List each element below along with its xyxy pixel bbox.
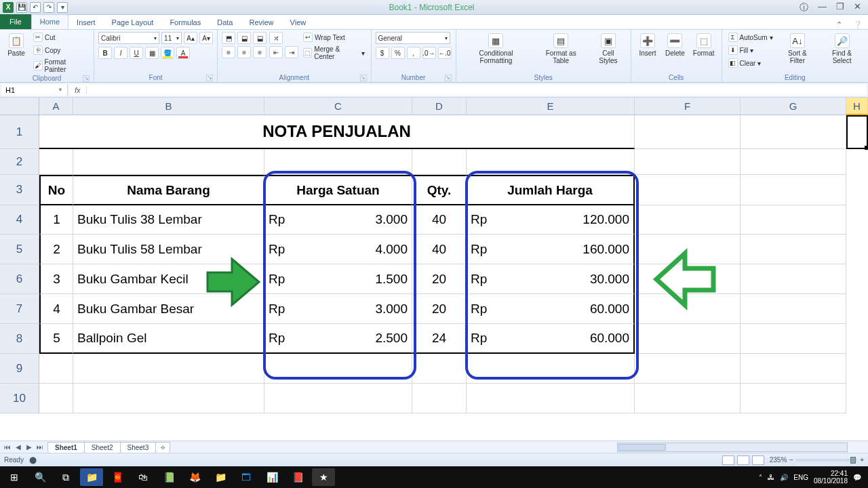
normal-view-button[interactable] (722, 455, 734, 465)
fx-icon[interactable]: fx (69, 86, 87, 94)
font-name-select[interactable]: Calibri▾ (98, 32, 159, 44)
format-painter-button[interactable]: 🖌Format Painter (31, 58, 90, 74)
help-button[interactable]: ❔ (848, 20, 868, 29)
row-header-10[interactable]: 10 (0, 384, 39, 413)
cell-A8[interactable]: 5 (39, 324, 73, 354)
column-header-G[interactable]: G (741, 98, 846, 115)
cell-F3[interactable] (635, 175, 741, 205)
align-left-icon[interactable]: ≡ (222, 46, 235, 58)
row-header-1[interactable]: 1 (0, 115, 39, 149)
cell-E9[interactable] (467, 354, 635, 384)
cell-F9[interactable] (635, 354, 741, 384)
cell-B10[interactable] (73, 384, 264, 413)
horizontal-scrollbar[interactable] (617, 443, 848, 452)
paste-button[interactable]: 📋Paste (4, 32, 28, 58)
cell-E3[interactable]: Jumlah Harga (467, 175, 635, 205)
column-header-H[interactable]: H (846, 98, 868, 115)
page-break-view-button[interactable] (752, 455, 764, 465)
format-cells-button[interactable]: ⬚Format (690, 32, 717, 58)
font-size-select[interactable]: 11▾ (161, 32, 182, 44)
cell-C5[interactable]: Rp4.000 (264, 235, 412, 264)
cell-A6[interactable]: 3 (39, 264, 73, 294)
file-tab[interactable]: File (0, 14, 31, 29)
tray-notification-icon[interactable]: 💬 (853, 474, 861, 481)
cell-A5[interactable]: 2 (39, 235, 73, 264)
fill-color-button[interactable]: 🪣 (161, 47, 174, 59)
macro-record-icon[interactable]: ⬤ (29, 456, 37, 464)
format-as-table-button[interactable]: ▤Format as Table (534, 32, 587, 66)
ribbon-minimize-icon[interactable]: ⌃ (831, 20, 848, 29)
cell-F10[interactable] (635, 384, 741, 413)
conditional-formatting-button[interactable]: ▦Conditional Formatting (460, 32, 532, 66)
tab-formulas[interactable]: Formulas (161, 16, 209, 29)
row-headers[interactable]: 12345678910 (0, 115, 39, 413)
cell-B4[interactable]: Buku Tulis 38 Lembar (73, 205, 264, 235)
help-icon[interactable]: ⓘ (800, 1, 808, 14)
cell-A1[interactable]: NOTA PENJUALAN (39, 115, 635, 149)
comma-format-icon[interactable]: , (407, 47, 420, 59)
cell-B7[interactable]: Buku Gambar Besar (73, 294, 264, 324)
cell-A4[interactable]: 1 (39, 205, 73, 235)
underline-button[interactable]: U (130, 47, 143, 59)
close-button[interactable]: ✕ (854, 1, 861, 14)
cell-C10[interactable] (264, 384, 412, 413)
dialog-launcher-icon[interactable]: ↘ (83, 75, 90, 82)
taskbar-app-6[interactable]: 📁 (209, 468, 232, 486)
cell-C2[interactable] (264, 149, 412, 175)
cell-D2[interactable] (412, 149, 467, 175)
column-header-B[interactable]: B (73, 98, 264, 115)
cell-C7[interactable]: Rp3.000 (264, 294, 412, 324)
tab-home[interactable]: Home (31, 14, 68, 29)
cell-G9[interactable] (741, 354, 846, 384)
fill-button[interactable]: ⬇Fill ▾ (726, 45, 775, 56)
row-header-7[interactable]: 7 (0, 294, 39, 324)
select-all-button[interactable] (0, 98, 39, 115)
taskbar-app-3[interactable]: 🛍 (132, 468, 155, 486)
tray-volume-icon[interactable]: 🔊 (780, 474, 788, 481)
cell-C3[interactable]: Harga Satuan (264, 175, 412, 205)
decrease-indent-icon[interactable]: ⇤ (269, 46, 283, 58)
taskbar-app-7[interactable]: 🗔 (235, 468, 258, 486)
cell-B2[interactable] (73, 149, 264, 175)
cell-B3[interactable]: Nama Barang (73, 175, 264, 205)
qat-more-icon[interactable]: ▾ (57, 2, 68, 13)
new-sheet-button[interactable]: ✧ (155, 442, 170, 453)
cell-styles-button[interactable]: ▣Cell Styles (590, 32, 627, 66)
taskbar-app-1[interactable]: 📁 (80, 468, 103, 486)
tab-data[interactable]: Data (209, 16, 241, 29)
dialog-launcher-icon[interactable]: ↘ (206, 75, 213, 81)
cell-F6[interactable] (635, 264, 741, 294)
accounting-format-icon[interactable]: $ (376, 47, 389, 59)
cell-A10[interactable] (39, 384, 73, 413)
column-headers[interactable]: ABCDEFGH (39, 98, 868, 115)
italic-button[interactable]: I (114, 47, 127, 59)
formula-input[interactable] (87, 86, 867, 94)
column-header-A[interactable]: A (39, 98, 73, 115)
tab-page-layout[interactable]: Page Layout (104, 16, 162, 29)
tab-review[interactable]: Review (241, 16, 281, 29)
tab-insert[interactable]: Insert (68, 16, 104, 29)
cell-A7[interactable]: 4 (39, 294, 73, 324)
dialog-launcher-icon[interactable]: ↘ (445, 75, 452, 81)
number-format-select[interactable]: General▾ (376, 32, 450, 44)
cell-G2[interactable] (741, 149, 846, 175)
tray-clock[interactable]: 22:4108/10/2018 (814, 470, 848, 485)
cell-B5[interactable]: Buku Tulis 58 Lembar (73, 235, 264, 264)
tray-language[interactable]: ENG (793, 474, 808, 481)
insert-cells-button[interactable]: ➕Insert (635, 32, 660, 58)
cell-E7[interactable]: Rp60.000 (467, 294, 635, 324)
dialog-launcher-icon[interactable]: ↘ (360, 75, 367, 81)
system-tray[interactable]: ˄ 🖧 🔊 ENG 22:4108/10/2018 💬 (759, 470, 865, 485)
taskbar-app-10[interactable]: ★ (312, 468, 335, 486)
decrease-font-icon[interactable]: A▾ (199, 32, 213, 44)
cell-E6[interactable]: Rp30.000 (467, 264, 635, 294)
cell-G4[interactable] (741, 205, 846, 235)
font-color-button[interactable]: A (176, 47, 190, 59)
column-header-D[interactable]: D (412, 98, 467, 115)
cell-A9[interactable] (39, 354, 73, 384)
start-button[interactable]: ⊞ (3, 468, 26, 486)
zoom-control[interactable]: 235% −+ (770, 456, 864, 464)
sheet-nav[interactable]: ⏮◀▶⏭ (0, 443, 47, 451)
taskbar-app-4[interactable]: 📗 (157, 468, 180, 486)
align-middle-icon[interactable]: ⬓ (237, 32, 251, 44)
